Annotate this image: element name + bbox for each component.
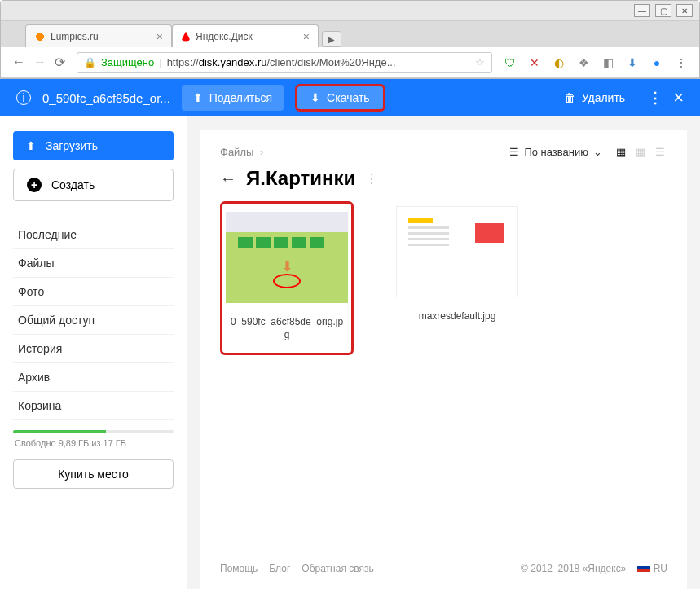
footer-copyright: © 2012–2018 «Яндекс»	[521, 563, 626, 574]
extension-icon[interactable]: ●	[650, 56, 663, 69]
view-small-grid-button[interactable]: ▦	[633, 144, 648, 159]
secure-label: Защищено	[101, 56, 154, 68]
breadcrumb[interactable]: Файлы ›	[220, 146, 263, 158]
address-bar: ← → ⟳ 🔒 Защищено | https://disk.yandex.r…	[1, 47, 699, 78]
extension-toolbar: 🛡 ✕ ◐ ❖ ◧ ⬇ ● ⋮	[499, 56, 693, 69]
nav-list: Последние Файлы Фото Общий доступ Истори…	[13, 221, 174, 420]
window-controls: — ▢ ✕	[1, 1, 699, 21]
flag-icon	[637, 563, 650, 572]
extension-icon[interactable]: ◧	[601, 56, 614, 69]
extension-icon[interactable]: ⬇	[626, 56, 639, 69]
view-large-grid-button[interactable]: ▦	[614, 144, 628, 159]
sort-label: По названию	[524, 146, 588, 158]
share-label: Поделиться	[209, 91, 272, 104]
upload-button[interactable]: ⬆ Загрузить	[13, 131, 174, 160]
file-thumbnail	[226, 212, 348, 303]
footer: Помощь Блог Обратная связь © 2012–2018 «…	[220, 551, 667, 581]
close-window-button[interactable]: ✕	[676, 4, 693, 17]
language-switcher[interactable]: RU	[637, 563, 667, 574]
create-button[interactable]: + Создать	[13, 169, 174, 201]
breadcrumb-row: Файлы › ☰ По названию ⌄ ▦ ▦ ☰	[220, 144, 667, 159]
footer-link-help[interactable]: Помощь	[220, 563, 258, 574]
sidebar-item-photo[interactable]: Фото	[13, 278, 174, 306]
share-button[interactable]: ⬆ Поделиться	[182, 85, 284, 111]
reload-button[interactable]: ⟳	[55, 55, 65, 70]
upload-label: Загрузить	[46, 139, 98, 152]
sidebar-item-recent[interactable]: Последние	[13, 221, 174, 249]
folder-header: ← Я.Картинки ⋮	[220, 167, 667, 190]
sidebar: ⬆ Загрузить + Создать Последние Файлы Фо…	[0, 116, 187, 589]
new-tab-button[interactable]: ▶	[322, 31, 341, 47]
footer-links: Помощь Блог Обратная связь	[220, 563, 374, 574]
extension-icon[interactable]: ✕	[528, 56, 541, 69]
back-arrow-button[interactable]: ←	[220, 169, 236, 188]
sort-dropdown[interactable]: ☰ По названию ⌄	[509, 146, 602, 158]
action-bar: i 0_590fc_a6cf85de_or... ⬆ Поделиться ⬇ …	[0, 79, 700, 116]
url-text: https://disk.yandex.ru/client/disk/Мои%2…	[167, 56, 396, 68]
url-field[interactable]: 🔒 Защищено | https://disk.yandex.ru/clie…	[77, 52, 492, 73]
trash-icon: 🗑	[564, 91, 575, 104]
sidebar-item-shared[interactable]: Общий доступ	[13, 306, 174, 335]
buy-storage-button[interactable]: Купить место	[13, 459, 174, 489]
sidebar-item-history[interactable]: История	[13, 335, 174, 363]
chevron-down-icon: ⌄	[593, 146, 602, 158]
minimize-button[interactable]: —	[634, 4, 650, 17]
sidebar-item-trash[interactable]: Корзина	[13, 392, 174, 420]
info-icon[interactable]: i	[16, 90, 31, 105]
download-icon: ⬇	[310, 91, 320, 104]
nav-arrows: ← → ⟳	[7, 55, 70, 70]
content-pane: Файлы › ☰ По названию ⌄ ▦ ▦ ☰ ← Я.Картин…	[200, 130, 687, 589]
folder-title: Я.Картинки	[246, 167, 355, 190]
footer-link-feedback[interactable]: Обратная связь	[302, 563, 373, 574]
tab-close-icon[interactable]: ×	[156, 30, 163, 43]
tab-strip: Lumpics.ru × Яндекс.Диск × ▶	[1, 21, 699, 47]
delete-label: Удалить	[582, 91, 625, 104]
view-controls: ☰ По названию ⌄ ▦ ▦ ☰	[509, 144, 667, 159]
extension-icon[interactable]: ❖	[577, 56, 590, 69]
main-area: ⬆ Загрузить + Создать Последние Файлы Фо…	[0, 116, 700, 589]
download-label: Скачать	[327, 91, 370, 104]
favicon-icon	[34, 31, 46, 42]
tab-close-icon[interactable]: ×	[303, 30, 310, 43]
extension-icon[interactable]: ◐	[553, 56, 566, 69]
more-actions-button[interactable]: ⋮	[648, 89, 662, 107]
selected-filename: 0_590fc_a6cf85de_or...	[42, 91, 170, 105]
bookmark-star-icon[interactable]: ☆	[475, 56, 485, 68]
browser-window: — ▢ ✕ Lumpics.ru × Яндекс.Диск × ▶ ← → ⟳…	[0, 0, 700, 79]
folder-more-button[interactable]: ⋮	[365, 171, 378, 187]
file-thumbnail	[396, 206, 518, 297]
file-grid: 0_590fc_a6cf85de_orig.jpg maxresdefault.…	[220, 201, 667, 355]
maximize-button[interactable]: ▢	[655, 4, 671, 17]
sidebar-item-files[interactable]: Файлы	[13, 249, 174, 278]
storage-text: Свободно 9,89 ГБ из 17 ГБ	[13, 433, 174, 459]
shield-icon[interactable]: 🛡	[504, 56, 517, 69]
chevron-right-icon: ›	[257, 146, 263, 158]
file-name: maxresdefault.jpg	[393, 305, 522, 332]
file-name: 0_590fc_a6cf85de_orig.jpg	[226, 311, 348, 349]
lock-icon: 🔒	[84, 57, 96, 68]
close-panel-button[interactable]: ×	[673, 87, 684, 108]
create-label: Создать	[51, 178, 95, 191]
favicon-icon	[181, 32, 191, 42]
sort-icon: ☰	[509, 146, 519, 158]
tab-title: Яндекс.Диск	[196, 31, 253, 42]
tab-title: Lumpics.ru	[51, 31, 99, 42]
file-card[interactable]: 0_590fc_a6cf85de_orig.jpg	[220, 201, 354, 355]
download-button[interactable]: ⬇ Скачать	[295, 84, 385, 112]
menu-icon[interactable]: ⋮	[675, 56, 688, 69]
browser-tab-yandex-disk[interactable]: Яндекс.Диск ×	[172, 24, 319, 47]
view-list-button[interactable]: ☰	[653, 144, 667, 159]
plus-icon: +	[27, 178, 42, 192]
browser-tab-lumpics[interactable]: Lumpics.ru ×	[25, 24, 172, 47]
sidebar-item-archive[interactable]: Архив	[13, 363, 174, 392]
upload-icon: ⬆	[26, 139, 36, 152]
footer-link-blog[interactable]: Блог	[269, 563, 290, 574]
delete-button[interactable]: 🗑 Удалить	[553, 85, 636, 111]
back-button[interactable]: ←	[12, 55, 25, 70]
file-card[interactable]: maxresdefault.jpg	[393, 201, 522, 355]
forward-button[interactable]: →	[33, 55, 46, 70]
share-icon: ⬆	[193, 91, 203, 104]
